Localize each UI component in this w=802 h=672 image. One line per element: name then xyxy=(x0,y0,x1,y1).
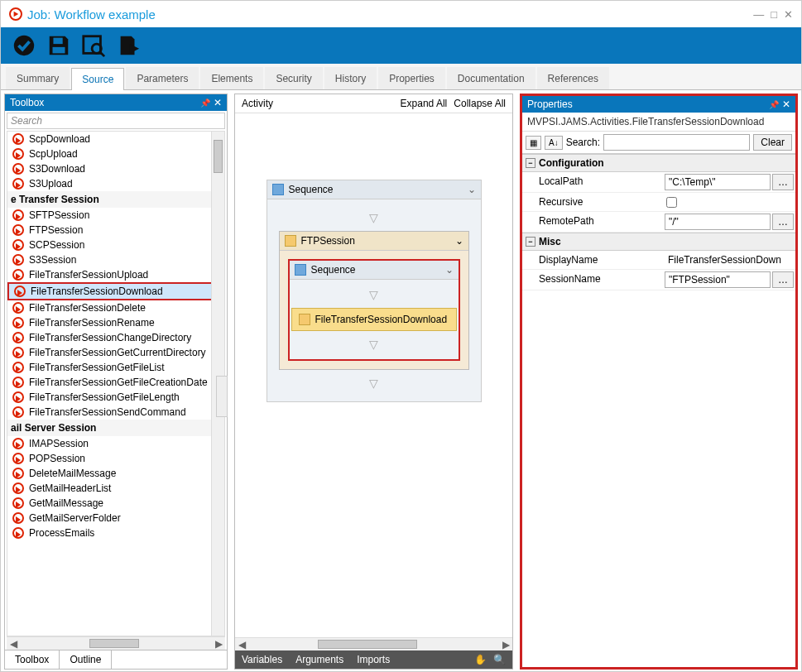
collapse-icon[interactable]: ⌄ xyxy=(455,235,463,247)
prop-category[interactable]: −Configuration xyxy=(522,154,795,172)
toolbox-item[interactable]: FileTransferSessionDelete xyxy=(7,300,224,315)
toolbox-item[interactable]: S3Upload xyxy=(7,176,224,191)
tool-icon xyxy=(12,497,24,509)
toolbox-item[interactable]: FileTransferSessionChangeDirectory xyxy=(7,330,224,345)
browse-button[interactable]: … xyxy=(772,214,794,230)
tab-elements[interactable]: Elements xyxy=(200,67,263,89)
splitter-grip[interactable] xyxy=(216,376,228,417)
toolbox-horizontal-scrollbar[interactable]: ◀▶ xyxy=(7,636,225,650)
toolbox-item[interactable]: ProcessEmails xyxy=(7,526,224,540)
toolbox-item[interactable]: GetMailServerFolder xyxy=(7,511,224,526)
tab-source[interactable]: Source xyxy=(71,68,124,90)
preview-button[interactable] xyxy=(79,31,108,60)
collapse-icon[interactable]: ⌄ xyxy=(468,184,476,195)
toolbox-item[interactable]: SFTPSession xyxy=(7,208,224,223)
ftpsession-activity[interactable]: FTPSession⌄ Sequence⌄ ▽ FileTransferSess… xyxy=(279,231,469,370)
workflow-canvas[interactable]: Sequence⌄ ▽ FTPSession⌄ Sequence⌄ ▽ xyxy=(235,113,512,637)
minimize-button[interactable]: — xyxy=(753,8,764,21)
toolbox-item[interactable]: ScpUpload xyxy=(7,146,224,161)
pin-icon[interactable]: 📌 xyxy=(769,100,779,109)
properties-search-input[interactable] xyxy=(603,134,750,151)
bottombar-variables[interactable]: Variables xyxy=(242,654,282,665)
sequence-outer[interactable]: Sequence⌄ ▽ FTPSession⌄ Sequence⌄ ▽ xyxy=(267,180,482,402)
tool-icon xyxy=(12,512,24,524)
tab-documentation[interactable]: Documentation xyxy=(447,67,535,89)
export-button[interactable] xyxy=(113,31,143,60)
window-controls: — □ ✕ xyxy=(753,8,793,21)
toolbox-item[interactable]: ScpDownload xyxy=(7,132,224,146)
tool-icon xyxy=(12,527,24,539)
filetransfer-download-activity[interactable]: FileTransferSessionDownload xyxy=(291,308,457,331)
pin-icon[interactable]: 📌 xyxy=(200,98,210,108)
bottombar-arguments[interactable]: Arguments xyxy=(295,654,343,665)
activity-header: Activity Expand All Collapse All xyxy=(235,94,512,113)
ftp-icon xyxy=(285,235,296,247)
toolbox-item[interactable]: FileTransferSessionSendCommand xyxy=(7,405,224,420)
expand-icon[interactable]: − xyxy=(526,158,535,168)
sequence-inner[interactable]: Sequence⌄ ▽ FileTransferSessionDownload … xyxy=(288,259,460,361)
toolbox-category: ail Server Session xyxy=(7,420,224,436)
prop-input[interactable] xyxy=(665,214,771,230)
toolbox-item[interactable]: FileTransferSessionGetFileLength xyxy=(7,390,224,405)
toolbox-item[interactable]: DeleteMailMessage xyxy=(7,466,224,481)
browse-button[interactable]: … xyxy=(772,271,794,288)
pan-icon[interactable]: ✋ xyxy=(474,654,487,665)
tool-icon xyxy=(12,133,24,145)
toolbox-item[interactable]: FTPSession xyxy=(7,223,224,238)
collapse-icon[interactable]: ⌄ xyxy=(445,264,454,276)
prop-text[interactable]: FileTransferSessionDown xyxy=(665,252,785,267)
toolbox-item[interactable]: S3Session xyxy=(7,252,224,267)
tab-summary[interactable]: Summary xyxy=(6,67,70,89)
toolbox-item[interactable]: SCPSession xyxy=(7,238,224,252)
prop-input[interactable] xyxy=(665,271,771,288)
zoom-icon[interactable]: 🔍 xyxy=(493,654,506,665)
toolbox-item[interactable]: FileTransferSessionGetFileCreationDate xyxy=(7,375,224,390)
toolbox-item[interactable]: IMAPSession xyxy=(7,436,224,451)
bottom-tab-toolbox[interactable]: Toolbox xyxy=(5,650,60,669)
toolbox-item[interactable]: FileTransferSessionRename xyxy=(7,315,224,330)
close-button[interactable]: ✕ xyxy=(784,8,793,21)
toolbox-item[interactable]: GetMailHeaderList xyxy=(7,481,224,496)
toolbox-title: Toolbox xyxy=(10,97,44,108)
properties-close-icon[interactable]: ✕ xyxy=(782,98,790,110)
confirm-button[interactable] xyxy=(9,31,39,60)
designer-panel: Activity Expand All Collapse All Sequenc… xyxy=(234,94,513,670)
bottombar-imports[interactable]: Imports xyxy=(357,654,390,665)
tab-parameters[interactable]: Parameters xyxy=(126,67,199,89)
sort-button[interactable]: A↓ xyxy=(545,136,563,150)
toolbox-item[interactable]: FileTransferSessionGetFileList xyxy=(7,360,224,375)
toolbox-item[interactable]: GetMailMessage xyxy=(7,496,224,511)
toolbox-item[interactable]: FileTransferSessionGetCurrentDirectory xyxy=(7,345,224,360)
toolbox-list: ScpDownloadScpUploadS3DownloadS3Uploade … xyxy=(7,131,225,636)
activity-icon xyxy=(299,314,310,325)
prop-category[interactable]: −Misc xyxy=(522,233,795,251)
tab-properties[interactable]: Properties xyxy=(378,67,445,89)
tool-icon xyxy=(12,332,24,343)
toolbox-item-label: S3Upload xyxy=(29,178,73,190)
sequence-label: Sequence xyxy=(289,184,334,195)
app-icon xyxy=(9,7,22,21)
tab-security[interactable]: Security xyxy=(265,67,322,89)
collapse-all-button[interactable]: Collapse All xyxy=(454,98,506,109)
toolbox-item-label: FileTransferSessionSendCommand xyxy=(29,406,186,418)
prop-checkbox[interactable] xyxy=(666,197,677,208)
bottom-tab-outline[interactable]: Outline xyxy=(60,650,112,669)
designer-horizontal-scrollbar[interactable]: ◀▶ xyxy=(235,637,512,650)
save-button[interactable] xyxy=(44,31,74,60)
toolbox-item[interactable]: S3Download xyxy=(7,161,224,176)
toolbox-item[interactable]: FileTransferSessionDownload xyxy=(7,282,224,300)
browse-button[interactable]: … xyxy=(772,174,794,190)
expand-all-button[interactable]: Expand All xyxy=(401,98,448,109)
toolbox-item[interactable]: POPSession xyxy=(7,451,224,466)
tab-references[interactable]: References xyxy=(537,67,609,89)
prop-input[interactable] xyxy=(665,174,771,190)
toolbox-close-icon[interactable]: ✕ xyxy=(214,97,222,108)
categorize-button[interactable]: ▦ xyxy=(526,136,541,150)
toolbox-search-input[interactable]: Search xyxy=(7,113,225,129)
tab-history[interactable]: History xyxy=(324,67,377,89)
clear-button[interactable]: Clear xyxy=(753,134,792,151)
toolbox-item-label: FTPSession xyxy=(29,224,83,236)
expand-icon[interactable]: − xyxy=(526,237,535,247)
toolbox-item[interactable]: FileTransferSessionUpload xyxy=(7,267,224,282)
maximize-button[interactable]: □ xyxy=(771,8,777,21)
